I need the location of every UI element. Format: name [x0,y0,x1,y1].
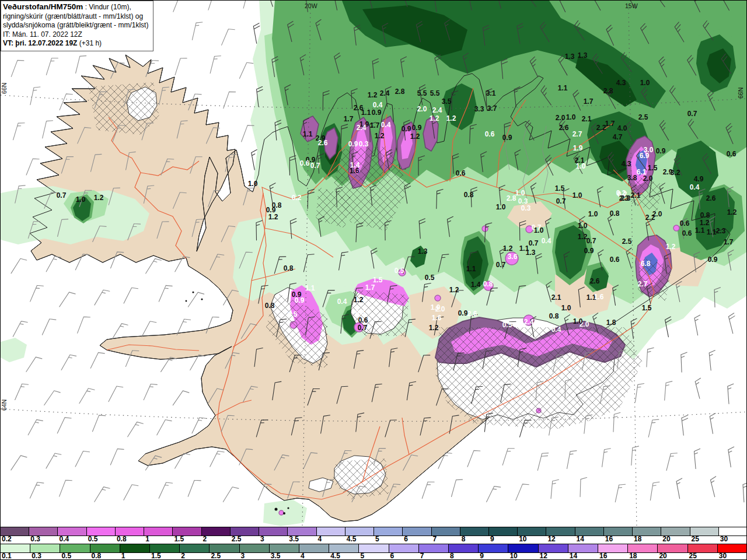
colorbar-tick-label: 0.1 [2,552,12,560]
colorbar-segment [144,527,173,536]
precip-value: 0.5 [395,267,404,275]
colorbar-segment [180,544,210,552]
precip-value: 0.9 [502,134,512,142]
precip-value: 1.1 [695,226,705,235]
precip-value: 0.9 [412,124,422,132]
precip-value: 1.5 [373,276,383,284]
precip-value: 4.9 [694,175,704,183]
graticule-label: 66N [1,83,8,94]
colorbar-tick-label: 9 [480,552,484,560]
colorbar-segment [120,544,150,552]
precip-value: 4.3 [616,79,626,87]
precip-value: 1.2 [727,208,737,216]
precip-value: 2.4 [380,89,390,97]
precip-value: 2.0 [556,114,566,122]
colorbar-segment [329,544,359,552]
colorbar-tick-label: 16 [599,552,607,560]
graticule-label: 64N [1,400,8,411]
colorbar-tick-label: 10 [509,552,517,560]
precip-value: 1.0 [573,317,583,326]
precip-value: 2.0 [643,174,653,183]
precip-value: 0.6 [727,150,736,158]
precip-value: 1.5 [555,184,565,192]
precip-value: 1.2 [94,194,104,202]
precip-value: 1.6 [594,293,604,301]
precip-value: 0.4 [381,121,391,129]
colorbar-tick-label: 8 [462,536,466,543]
precip-value: 2.6 [590,277,600,285]
colorbar-tick-label: 30 [719,552,727,560]
colorbar-segment [539,544,568,552]
colorbar-tick-label: 0.5 [88,536,98,543]
colorbar-tick-label: 25 [689,552,697,560]
colorbar-tick-label: 30 [720,536,728,543]
precip-value: 1.7 [724,238,734,246]
precip-value: 1.0 [576,162,586,170]
colorbar-segment [719,527,747,536]
colorbar-segment [374,527,403,536]
colorbar-segment [299,544,329,552]
colorbar-tick-label: 6 [404,536,408,543]
colorbar-segment [718,544,747,552]
precip-value: 1.5 [642,304,652,312]
colorbar-segment [270,544,299,552]
precip-value: 1.5 [648,164,658,172]
colorbar-segment [575,527,604,536]
precip-value: 1.3 [565,52,575,61]
colorbar-tick-label: 1 [145,536,149,543]
colorbar-tick-label: 1.5 [151,552,161,560]
colorbar-tick-label: 1.5 [174,536,184,543]
precip-value: 2.5 [622,237,632,246]
colorbar-tick-label: 7 [432,536,437,543]
precip-value: 1.6 [432,314,442,322]
precip-value: 0.8 [464,191,474,199]
colorbar-tick-label: 7 [420,552,424,560]
colorbar-tick-label: 2.5 [211,552,221,560]
precip-value: 1.2 [375,132,385,140]
precip-value: 3.2 [671,169,680,177]
precip-value: 1.0 [573,191,582,200]
colorbar-segment [317,527,345,536]
precip-value: 0.9 [295,296,305,304]
precip-value: 3.8 [627,174,637,182]
colorbar-tick-label: 14 [570,552,577,560]
precip-value: 1.1 [303,130,313,138]
colorbar-segment [173,527,201,536]
precip-value: 0.5 [502,321,512,329]
precip-value: 0.8 [610,209,620,218]
precip-value: 2.6 [706,194,716,202]
precip-value: 1.1 [558,84,568,92]
colorbar-tick-label: 12 [547,536,555,543]
precip-value: 3.3 [474,105,484,113]
colorbar-segment [432,527,460,536]
colorbar-segment [403,527,431,536]
precip-value: 3.7 [487,104,497,113]
precip-value: 0.6 [456,169,466,177]
colorbar-tick-label: 20 [659,552,666,560]
precip-value: 3.0 [644,146,654,154]
precip-value: 0.9 [656,147,666,155]
precip-value: 1.1 [361,108,371,117]
precip-value: 0.8 [483,280,493,288]
precip-value: 0.9 [584,247,594,255]
colorbar-segment [460,527,489,536]
legend-line-sleet: slydda/snjókoma (grátt/bleikt/grænt - mm… [3,21,150,30]
colorbar-tick-label: 4 [301,552,305,560]
precip-value: 0.7 [358,324,368,332]
precip-value: 4.3 [622,160,631,168]
precip-value: 0.8 [284,264,294,272]
colorbar-tick-label: 0.5 [61,552,71,560]
colorbar-tick-label: 4.5 [347,536,357,543]
precip-value: 2.3 [716,227,726,235]
precip-value: 2.8 [603,87,613,95]
precip-value: 0.7 [587,237,596,245]
precip-value: 2.1 [551,293,561,302]
weather-map-frame: 20W15W66N66N64N1.22.42.82.61.10.90.45.55… [0,0,747,560]
colorbar-segment [29,527,58,536]
colorbar-tick-label: 0.3 [30,536,40,543]
colorbar-segment [598,544,628,552]
precip-value: 1.4 [471,281,481,289]
colorbar-segment [231,527,259,536]
colorbar-segment [419,544,449,552]
colorbar-segment [546,527,575,536]
